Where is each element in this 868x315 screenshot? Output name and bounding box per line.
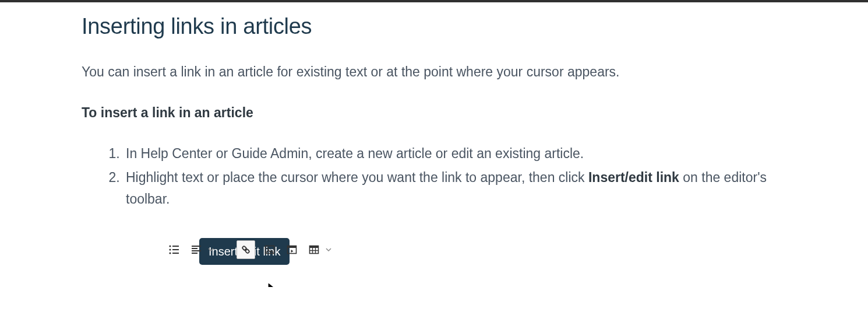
svg-point-0 (169, 245, 171, 247)
article-intro: You can insert a link in an article for … (82, 62, 786, 82)
svg-point-4 (169, 252, 171, 254)
svg-rect-16 (288, 246, 297, 248)
mouse-cursor-icon (267, 281, 278, 287)
toolbar-screenshot: Insert/edit link (167, 238, 376, 261)
svg-rect-7 (192, 248, 197, 249)
chevron-down-icon[interactable] (325, 246, 332, 253)
svg-rect-18 (310, 246, 319, 248)
video-icon[interactable] (284, 242, 299, 257)
article-body: Inserting links in articles You can inse… (0, 2, 868, 287)
svg-rect-1 (172, 246, 179, 247)
svg-rect-6 (192, 246, 201, 247)
editor-toolbar (167, 238, 376, 261)
table-icon[interactable] (306, 242, 322, 257)
chevron-down-icon[interactable] (207, 246, 214, 253)
step-2-text-a: Highlight text or place the cursor where… (126, 170, 588, 185)
svg-rect-3 (172, 249, 179, 250)
step-1: In Help Center or Guide Admin, create a … (124, 143, 786, 164)
svg-rect-5 (172, 253, 179, 254)
svg-point-14 (267, 247, 269, 249)
procedure-steps: In Help Center or Guide Admin, create a … (82, 143, 786, 261)
svg-rect-9 (192, 253, 197, 254)
link-icon[interactable] (237, 240, 255, 259)
align-left-icon[interactable] (189, 242, 204, 257)
svg-rect-8 (192, 250, 201, 251)
step-2: Highlight text or place the cursor where… (124, 167, 786, 261)
step-1-text: In Help Center or Guide Admin, create a … (126, 146, 584, 161)
image-icon[interactable] (262, 242, 277, 257)
svg-point-2 (169, 249, 171, 250)
article-procedure-heading: To insert a link in an article (82, 105, 786, 121)
step-2-bold: Insert/edit link (588, 170, 679, 185)
bullet-list-icon[interactable] (167, 242, 182, 257)
article-title: Inserting links in articles (82, 14, 786, 39)
